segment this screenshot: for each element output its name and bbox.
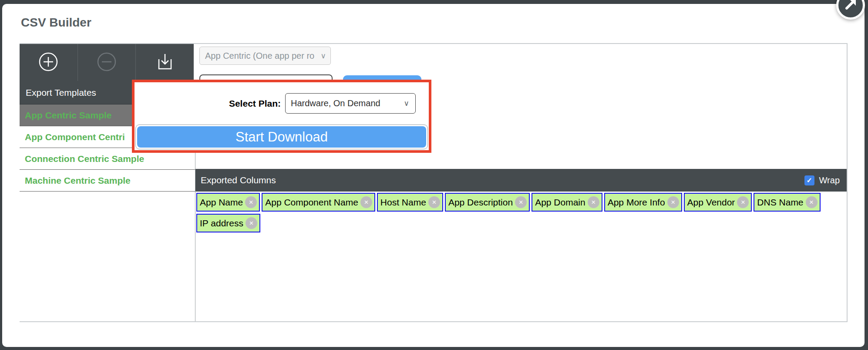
column-chip-app-vendor[interactable]: App Vendor× [684, 193, 752, 212]
select-plan-label: Select Plan: [135, 98, 285, 109]
column-chip-ip-address[interactable]: IP address× [196, 214, 260, 232]
column-chip-app-description[interactable]: App Description× [445, 193, 530, 212]
select-plan-row: Select Plan: Hardware, On Demand ∨ [135, 82, 429, 125]
column-chip-label: App Domain [535, 197, 585, 208]
chevron-down-icon: ∨ [321, 51, 326, 61]
column-chip-label: App Description [448, 197, 513, 208]
remove-column-icon[interactable]: × [737, 196, 749, 208]
column-chip-label: App Vendor [687, 197, 735, 208]
download-plan-modal: Select Plan: Hardware, On Demand ∨ Start… [132, 80, 431, 153]
row-type-select[interactable]: App Centric (One app per ro ∨ [199, 47, 331, 65]
column-chip-app-name[interactable]: App Name× [196, 193, 260, 212]
column-chip-app-more-info[interactable]: App More Info× [604, 193, 682, 212]
column-chip-host-name[interactable]: Host Name× [377, 193, 443, 212]
remove-column-icon[interactable]: × [515, 196, 527, 208]
column-chip-label: App Name [200, 197, 243, 208]
column-chip-app-domain[interactable]: App Domain× [532, 193, 602, 212]
wrap-checkbox[interactable]: ✓ [804, 175, 814, 185]
column-chip-label: App Component Name [265, 197, 358, 208]
download-icon [155, 52, 175, 73]
remove-column-icon[interactable]: × [588, 196, 599, 208]
wrap-label: Wrap [819, 175, 840, 185]
add-template-button[interactable] [20, 44, 78, 81]
arrow-up-right-icon [844, 0, 857, 13]
download-template-button[interactable] [136, 44, 194, 81]
remove-column-icon[interactable]: × [245, 196, 257, 208]
template-toolbar [20, 44, 194, 81]
remove-column-icon[interactable]: × [428, 196, 440, 208]
exported-columns-title: Exported Columns [201, 175, 276, 185]
minus-circle-icon [97, 52, 117, 74]
column-chip-label: DNS Name [757, 197, 803, 208]
exported-columns-header: Exported Columns ✓ Wrap [195, 169, 847, 192]
start-download-container: Start Download [135, 125, 428, 149]
page-title: CSV Builder [21, 16, 91, 30]
column-chip-app-component-name[interactable]: App Component Name× [262, 193, 375, 212]
column-chip-label: Host Name [380, 197, 426, 208]
remove-column-icon[interactable]: × [667, 196, 679, 208]
plus-circle-icon [38, 52, 58, 74]
plan-select[interactable]: Hardware, On Demand ∨ [285, 93, 416, 114]
remove-template-button[interactable] [78, 44, 136, 81]
exported-columns-list: App Name×App Component Name×Host Name×Ap… [196, 193, 845, 232]
column-chip-label: IP address [200, 218, 243, 229]
wrap-toggle-group: ✓ Wrap [804, 175, 840, 185]
row-type-select-value: App Centric (One app per ro [205, 51, 314, 61]
remove-column-icon[interactable]: × [360, 196, 372, 208]
plan-select-value: Hardware, On Demand [291, 98, 380, 108]
remove-column-icon[interactable]: × [246, 217, 257, 229]
column-chip-dns-name[interactable]: DNS Name× [754, 193, 820, 212]
chevron-down-icon: ∨ [404, 99, 409, 108]
template-item-machine-centric-sample[interactable]: Machine Centric Sample [20, 170, 195, 192]
remove-column-icon[interactable]: × [806, 196, 818, 208]
column-chip-label: App More Info [608, 197, 665, 208]
start-download-button[interactable]: Start Download [137, 126, 426, 148]
